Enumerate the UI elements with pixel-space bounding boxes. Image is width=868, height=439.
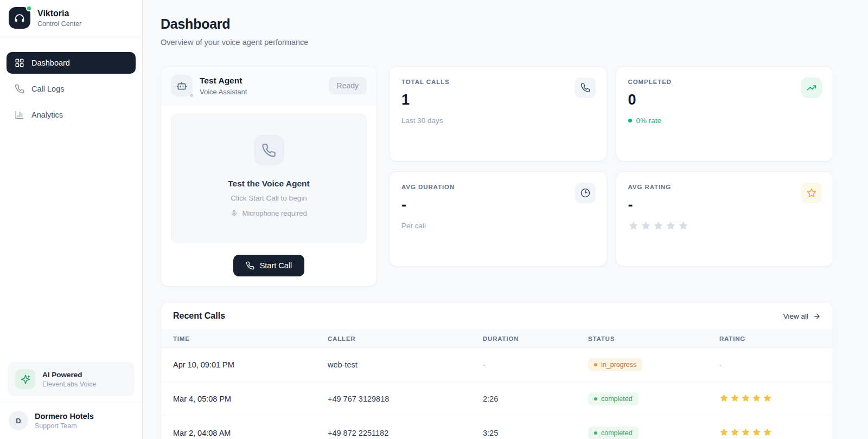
phone-icon <box>15 84 24 94</box>
start-call-label: Start Call <box>260 261 292 270</box>
page-subtitle: Overview of your voice agent performance <box>161 38 833 47</box>
cell-duration: 3:25 <box>483 416 588 439</box>
star-icon <box>741 428 750 437</box>
stat-value: - <box>401 197 595 214</box>
stat-subtext: Last 30 days <box>401 117 595 125</box>
sidebar-nav: Dashboard Call Logs Analytics <box>0 37 142 132</box>
table-row[interactable]: Apr 10, 09:01 PMweb-test-in_progress- <box>161 348 833 382</box>
agent-card-body: Test the Voice Agent Click Start Call to… <box>161 105 376 286</box>
star-icon <box>628 221 639 231</box>
agent-status-dot <box>189 93 194 98</box>
phone-icon <box>575 78 596 98</box>
cell-time: Apr 10, 09:01 PM <box>161 348 328 382</box>
avatar: D <box>9 411 28 430</box>
agent-name: Test Agent <box>200 76 247 86</box>
column-header-rating: RATING <box>719 330 833 348</box>
test-panel-title: Test the Voice Agent <box>182 179 355 189</box>
cell-rating <box>719 416 833 439</box>
recent-calls-body: Apr 10, 09:01 PMweb-test-in_progress-Mar… <box>161 348 833 439</box>
sidebar-item-call-logs[interactable]: Call Logs <box>7 78 136 100</box>
sidebar-item-analytics[interactable]: Analytics <box>7 104 136 126</box>
org-account[interactable]: D Dormero Hotels Support Team <box>0 403 142 439</box>
phone-icon <box>254 135 284 165</box>
stat-value: 1 <box>401 92 595 108</box>
star-icon <box>641 221 651 231</box>
agent-identity: Test Agent Voice Assistant <box>200 76 247 96</box>
sidebar-item-label: Analytics <box>31 111 63 119</box>
stat-label: COMPLETED <box>628 79 821 85</box>
page-title: Dashboard <box>161 16 833 32</box>
stat-label: AVG RATING <box>628 184 821 190</box>
column-header-caller: CALLER <box>328 330 483 348</box>
view-all-label: View all <box>783 312 808 320</box>
stat-card-total-calls: TOTAL CALLS 1 Last 30 days <box>389 66 607 162</box>
stat-value: 0 <box>628 92 821 108</box>
recent-calls-title: Recent Calls <box>173 311 225 321</box>
org-name: Dormero Hotels <box>35 412 94 421</box>
rating-empty: - <box>719 360 722 369</box>
test-panel: Test the Voice Agent Click Start Call to… <box>171 114 367 243</box>
star-icon <box>730 393 739 403</box>
ai-powered-badge: AI Powered ElevenLabs Voice <box>8 362 135 396</box>
stat-subtext: Per call <box>401 222 595 230</box>
ai-badge-title: AI Powered <box>42 371 96 379</box>
star-icon <box>752 428 761 437</box>
star-icon <box>752 393 761 403</box>
ai-badge-subtitle: ElevenLabs Voice <box>42 380 96 388</box>
rating-stars <box>719 428 772 437</box>
view-all-link[interactable]: View all <box>783 312 821 320</box>
cell-rating: - <box>719 348 833 382</box>
column-header-time: TIME <box>161 330 328 348</box>
start-call-button[interactable]: Start Call <box>233 255 305 276</box>
table-row[interactable]: Mar 2, 04:08 AM+49 872 22511823:25comple… <box>161 416 833 439</box>
online-status-dot <box>26 5 32 11</box>
star-icon <box>741 393 750 403</box>
cell-duration: - <box>483 348 588 382</box>
cell-duration: 2:26 <box>483 382 588 416</box>
ready-status-badge: Ready <box>329 77 367 94</box>
mic-note-label: Microphone required <box>242 209 307 217</box>
stats-grid: TOTAL CALLS 1 Last 30 days COMPLETED 0 0… <box>389 66 833 287</box>
avg-rating-stars <box>628 221 821 231</box>
mic-note: Microphone required <box>231 209 307 217</box>
cell-time: Mar 4, 05:08 PM <box>161 382 328 416</box>
recent-calls-table: TIME CALLER DURATION STATUS RATING Apr 1… <box>161 330 833 439</box>
top-grid: Test Agent Voice Assistant Ready Test th… <box>161 66 833 287</box>
stat-card-completed: COMPLETED 0 0% rate <box>616 66 834 162</box>
brand-text: Viktoria Control Center <box>37 9 81 28</box>
test-panel-subtitle: Click Start Call to begin <box>182 194 355 202</box>
table-row[interactable]: Mar 4, 05:08 PM+49 767 31298182:26comple… <box>161 382 833 416</box>
trending-up-icon <box>801 78 822 98</box>
agent-role: Voice Assistant <box>200 88 247 96</box>
star-icon <box>719 393 729 403</box>
rating-stars <box>719 393 772 403</box>
status-badge: completed <box>588 392 639 405</box>
stat-label: AVG DURATION <box>401 184 595 190</box>
sidebar-item-dashboard[interactable]: Dashboard <box>7 52 136 74</box>
bot-icon <box>171 75 193 96</box>
star-icon <box>666 221 676 231</box>
star-icon <box>730 428 739 437</box>
stat-value: - <box>628 197 821 214</box>
headphones-icon <box>14 12 25 23</box>
star-icon <box>653 221 663 231</box>
bar-chart-icon <box>15 110 24 120</box>
cell-status: completed <box>588 416 719 439</box>
cell-status: completed <box>588 382 719 416</box>
stat-card-avg-duration: AVG DURATION - Per call <box>389 171 607 267</box>
table-header-row: TIME CALLER DURATION STATUS RATING <box>161 330 833 348</box>
sidebar-item-label: Call Logs <box>31 85 64 93</box>
star-icon <box>719 428 729 437</box>
brand-subtitle: Control Center <box>37 20 81 28</box>
cell-caller: +49 872 2251182 <box>328 416 483 439</box>
phone-icon <box>246 261 254 270</box>
org-subtitle: Support Team <box>35 422 94 430</box>
cell-caller: web-test <box>328 348 483 382</box>
recent-calls-header: Recent Calls View all <box>161 302 833 330</box>
microphone-icon <box>231 210 238 217</box>
star-icon <box>801 183 822 203</box>
stat-card-avg-rating: AVG RATING - <box>616 171 834 267</box>
brand-name: Viktoria <box>37 9 81 18</box>
main-content: Dashboard Overview of your voice agent p… <box>143 0 868 439</box>
clock-icon <box>575 183 596 203</box>
